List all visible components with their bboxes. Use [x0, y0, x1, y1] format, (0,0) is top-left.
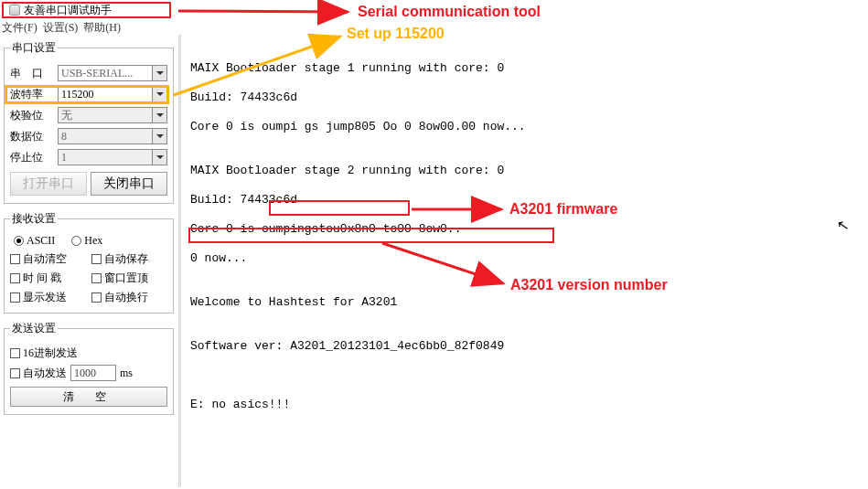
check-hex-send[interactable]: 16进制发送 [10, 345, 167, 361]
clear-button[interactable]: 清 空 [10, 387, 167, 407]
menu-help[interactable]: 帮助(H) [83, 20, 121, 36]
annotation-serial-tool: Serial communication tool [358, 4, 541, 20]
baud-combo[interactable]: 115200 [58, 86, 167, 102]
svg-line-0 [178, 11, 348, 12]
radio-hex[interactable]: Hex [71, 234, 102, 248]
console-hashtest: Hashtest for A3201 [269, 295, 397, 309]
console-line: Core 0 is oumpingstou0x8n0 to00 8ow0.. [190, 222, 858, 237]
radio-dot-icon [71, 236, 81, 246]
console-line: E: no asics!!! [190, 398, 858, 412]
databits-label: 数据位 [10, 129, 54, 144]
port-combo[interactable]: USB-SERIAL... [58, 65, 167, 81]
check-label: 自动清空 [23, 251, 67, 267]
menu-settings[interactable]: 设置(S) [43, 20, 79, 36]
console-line: Welcome to Hashtest for A3201 [190, 295, 858, 310]
stopbits-value: 1 [61, 151, 67, 165]
console-line: Software ver: A3201_20123101_4ec6bb0_82f… [190, 339, 858, 354]
check-auto-wrap[interactable]: 自动换行 [91, 290, 167, 305]
console-line: Build: 74433c6d [190, 193, 858, 207]
databits-value: 8 [61, 130, 67, 144]
checkbox-icon [10, 254, 20, 264]
clear-label: 清 空 [63, 389, 115, 405]
interval-value: 1000 [74, 367, 96, 380]
check-label: 时 间 戳 [23, 271, 61, 286]
pane-divider[interactable] [178, 35, 181, 487]
console-line: MAIX Bootloader stage 2 running with cor… [190, 164, 858, 178]
checkbox-icon [91, 273, 102, 283]
baud-value: 115200 [61, 88, 94, 101]
chevron-down-icon[interactable] [152, 87, 166, 101]
checkbox-icon [10, 273, 20, 283]
checkbox-icon [10, 292, 20, 303]
console-text: Software ver: [190, 339, 290, 353]
console-version: A3201_20123101_4ec6bb0_82f0849 [290, 339, 504, 353]
port-label: 串 口 [10, 66, 54, 81]
stopbits-combo[interactable]: 1 [58, 149, 167, 165]
check-auto-clear[interactable]: 自动清空 [10, 251, 86, 267]
window-titlebar: 友善串口调试助手 [2, 2, 171, 18]
radio-dot-icon [14, 236, 24, 246]
radio-ascii-label: ASCII [27, 234, 55, 248]
group-serial-settings: 串口设置 串 口 USB-SERIAL... 波特率 115200 校验位 无 … [4, 40, 174, 204]
console-text: Welcome to [190, 295, 269, 309]
check-auto-save[interactable]: 自动保存 [91, 251, 167, 267]
check-label: 自动换行 [104, 290, 148, 305]
check-timestamp[interactable]: 时 间 戳 [10, 271, 86, 286]
baud-label: 波特率 [10, 87, 54, 102]
port-value: USB-SERIAL... [61, 67, 133, 80]
check-label: 16进制发送 [23, 345, 78, 361]
stopbits-label: 停止位 [10, 150, 54, 165]
send-legend: 发送设置 [10, 321, 58, 336]
parity-label: 校验位 [10, 108, 54, 123]
close-port-label: 关闭串口 [103, 175, 155, 192]
checkbox-icon [91, 292, 102, 303]
menu-bar: 文件(F) 设置(S) 帮助(H) [2, 20, 121, 36]
checkbox-icon [10, 348, 20, 358]
console-output[interactable]: MAIX Bootloader stage 1 running with cor… [186, 40, 863, 479]
app-icon [9, 5, 20, 16]
serial-settings-legend: 串口设置 [10, 40, 58, 56]
check-label: 自动发送 [23, 366, 67, 381]
check-label: 自动保存 [104, 251, 148, 267]
checkbox-icon [10, 368, 20, 378]
check-label: 窗口置顶 [104, 271, 148, 286]
interval-input[interactable]: 1000 [70, 365, 116, 381]
parity-combo[interactable]: 无 [58, 107, 167, 123]
interval-unit: ms [120, 367, 133, 380]
radio-hex-label: Hex [84, 234, 102, 248]
open-port-label: 打开串口 [23, 175, 74, 192]
parity-value: 无 [61, 108, 72, 123]
console-line: Build: 74433c6d [190, 90, 858, 105]
chevron-down-icon[interactable] [152, 129, 166, 144]
chevron-down-icon[interactable] [152, 108, 166, 122]
check-auto-send[interactable]: 自动发送 [10, 366, 67, 381]
check-label: 显示发送 [23, 290, 67, 305]
sidebar: 串口设置 串 口 USB-SERIAL... 波特率 115200 校验位 无 … [4, 40, 174, 422]
console-line: Core 0 is oumpi gs jump805 Oo 0 8ow00.00… [190, 120, 858, 134]
recv-legend: 接收设置 [10, 211, 58, 227]
chevron-down-icon[interactable] [152, 150, 166, 165]
menu-file[interactable]: 文件(F) [2, 20, 38, 36]
console-line: 0 now... [190, 251, 858, 266]
check-window-top[interactable]: 窗口置顶 [91, 271, 167, 286]
group-receive-settings: 接收设置 ASCII Hex 自动清空 自动保存 时 间 戳 窗口置顶 显示发送… [4, 211, 174, 314]
check-show-send[interactable]: 显示发送 [10, 290, 86, 305]
open-port-button[interactable]: 打开串口 [10, 172, 87, 196]
chevron-down-icon[interactable] [152, 66, 166, 80]
console-line: MAIX Bootloader stage 1 running with cor… [190, 61, 858, 76]
close-port-button[interactable]: 关闭串口 [91, 172, 167, 196]
databits-combo[interactable]: 8 [58, 128, 167, 144]
checkbox-icon [91, 254, 102, 264]
window-title: 友善串口调试助手 [24, 3, 112, 18]
radio-ascii[interactable]: ASCII [14, 234, 55, 248]
group-send-settings: 发送设置 16进制发送 自动发送 1000 ms 清 空 [4, 321, 174, 415]
